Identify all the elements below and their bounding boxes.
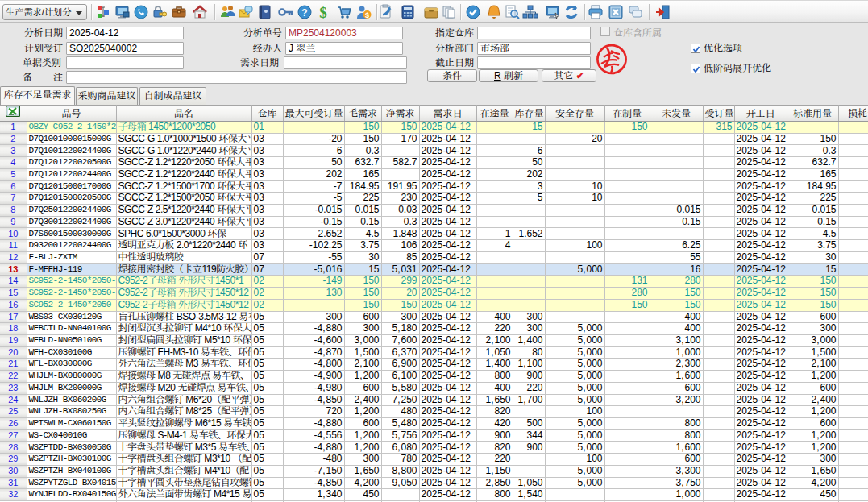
svg-text:$: $	[319, 4, 327, 20]
svg-text:$: $	[365, 11, 369, 19]
svg-text:?: ?	[301, 7, 307, 19]
